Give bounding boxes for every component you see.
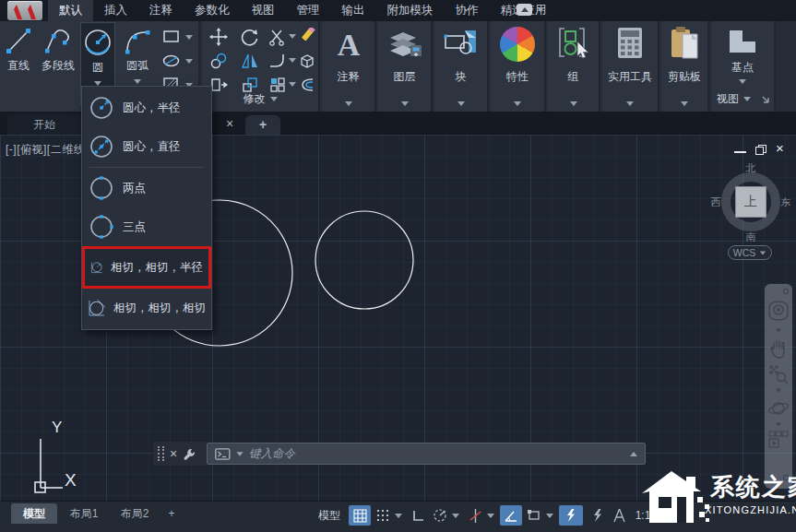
new-drawing-tab-button[interactable]: + [245,115,280,135]
watermark: 系统之家 XITONGZHIJIA.NET [638,466,795,532]
annotation-scale-icon [612,508,626,523]
polar-caret[interactable] [452,514,459,518]
block-panel-caret[interactable] [457,101,465,106]
rectangle-button[interactable] [162,29,193,45]
circle-tan-tan-tan-icon [88,294,106,322]
arc-button[interactable]: 圆弧 [118,25,157,84]
layout-tab-layout1[interactable]: 布局1 [61,503,107,524]
ribbon-tab-annotate[interactable]: 注释 [138,0,184,21]
autocad-logo-icon [7,1,42,20]
annotate-panel-caret[interactable] [345,101,352,106]
ribbon-panel-clipboard[interactable]: 剪贴板 [661,21,709,112]
svg-text:A: A [337,28,360,62]
ribbon-tab-output[interactable]: 输出 [331,0,376,21]
ribbon-tab-insert[interactable]: 插入 [93,0,138,21]
erase-icon[interactable] [298,28,316,46]
ribbon-panel-annotate[interactable]: A 注释 [322,21,376,112]
annotation-scale-icon-button[interactable] [609,505,629,526]
chevron-down-icon [537,7,544,12]
command-history-caret[interactable] [236,452,243,456]
object-snap-tracking-toggle[interactable] [500,505,522,526]
command-expand-caret[interactable] [630,452,637,456]
command-line-toolbar: × [153,442,207,466]
copy-icon[interactable] [209,52,228,70]
customize-wrench-icon[interactable] [183,447,196,461]
drawn-circle-right[interactable] [315,211,413,309]
utilities-panel-caret[interactable] [626,101,634,106]
autocad-window: 默认 插入 注释 参数化 视图 管理 输出 附加模块 协作 精选应用 [0,0,796,532]
application-menu-button[interactable] [7,1,42,20]
layout-tab-layout2[interactable]: 布局2 [111,503,159,524]
ribbon-tab-view[interactable]: 视图 [241,0,286,21]
auto-scale-icon [590,508,605,523]
layout-tab-new[interactable]: + [162,503,181,524]
layout-tab-model[interactable]: 模型 [11,503,57,524]
osnap-tracking-icon [504,509,518,523]
ribbon-panel-properties[interactable]: 特性 [491,21,546,112]
osnap-caret[interactable] [546,514,553,518]
view-panel-title[interactable]: 视图 [717,91,770,107]
properties-panel-caret[interactable] [514,101,521,106]
annotation-visibility-icon [564,508,578,523]
menu-item-tan-tan-radius[interactable]: 相切，相切，半径 [82,246,211,289]
polyline-button[interactable]: 多段线 [37,25,79,74]
polar-tracking-toggle[interactable] [430,505,450,526]
ellipse-button[interactable] [162,53,193,69]
circle-icon [82,25,113,58]
mirror-icon[interactable] [241,52,259,70]
fillet-dropdown-caret[interactable] [289,58,296,63]
snap-mode-toggle[interactable] [373,505,393,526]
panel-launcher-icon[interactable] [761,95,770,104]
fillet-icon[interactable] [268,52,287,70]
trim-dropdown-caret[interactable] [289,34,296,39]
trim-icon[interactable] [268,28,287,46]
polyline-icon [42,25,74,56]
circle-tan-tan-radius-icon [90,254,103,281]
command-input[interactable]: 键入命令 [207,443,646,465]
object-snap-toggle[interactable] [524,505,544,526]
annotation-visibility-toggle[interactable] [559,505,583,526]
menu-item-tan-tan-tan[interactable]: 相切，相切，相切 [82,289,211,327]
ribbon-panel-utilities[interactable]: 实用工具 [602,21,659,112]
auto-annotation-scale-toggle[interactable] [587,505,609,526]
menu-item-center-radius[interactable]: 圆心，半径 [82,89,211,127]
move-icon[interactable] [209,28,228,46]
model-space-toggle[interactable]: 模型 [312,505,347,526]
isometric-drafting-toggle[interactable] [465,505,485,526]
osnap-icon [527,509,541,522]
modify-panel-title[interactable]: 修改 [202,91,318,107]
ribbon-panel-group[interactable]: 组 [548,21,600,112]
rotate-icon[interactable] [241,28,259,46]
start-file-tab[interactable]: 开始 [7,114,81,135]
arc-dropdown-caret[interactable] [134,79,141,84]
drawing-tab-close-icon[interactable]: × [221,115,238,132]
group-panel-caret[interactable] [570,101,577,106]
ribbon-tab-manage[interactable]: 管理 [286,0,331,21]
arc-icon [122,25,153,56]
ribbon-tab-addins[interactable]: 附加模块 [376,0,445,21]
circle-2-point-icon [88,174,115,202]
basepoint-button[interactable]: 基点 [711,25,774,84]
menu-item-two-point[interactable]: 两点 [82,169,211,207]
isodraft-caret[interactable] [487,514,494,518]
grid-display-toggle[interactable] [349,505,371,526]
layers-panel-caret[interactable] [401,101,409,106]
menu-item-center-diameter[interactable]: 圆心，直径 [82,127,211,166]
command-line-close-icon[interactable]: × [170,447,177,460]
group-icon [555,25,592,62]
basepoint-caret[interactable] [739,79,746,84]
ortho-mode-toggle[interactable] [408,505,428,526]
menu-item-three-point[interactable]: 三点 [82,207,211,246]
ribbon-tab-parametric[interactable]: 参数化 [184,0,241,21]
line-button[interactable]: 直线 [2,25,35,74]
explode-icon[interactable] [298,52,316,70]
clipboard-panel-caret[interactable] [681,101,688,106]
array-dropdown-caret[interactable] [289,82,296,87]
command-line-grip[interactable] [158,446,164,461]
ribbon-display-toggle[interactable] [517,4,544,16]
snap-caret[interactable] [395,514,402,518]
ribbon-tab-home[interactable]: 默认 [48,0,93,21]
ribbon-panel-layers[interactable]: 图层 [378,21,433,112]
ribbon-tab-collaborate[interactable]: 协作 [445,0,490,21]
ribbon-panel-block[interactable]: 块 [434,21,489,112]
